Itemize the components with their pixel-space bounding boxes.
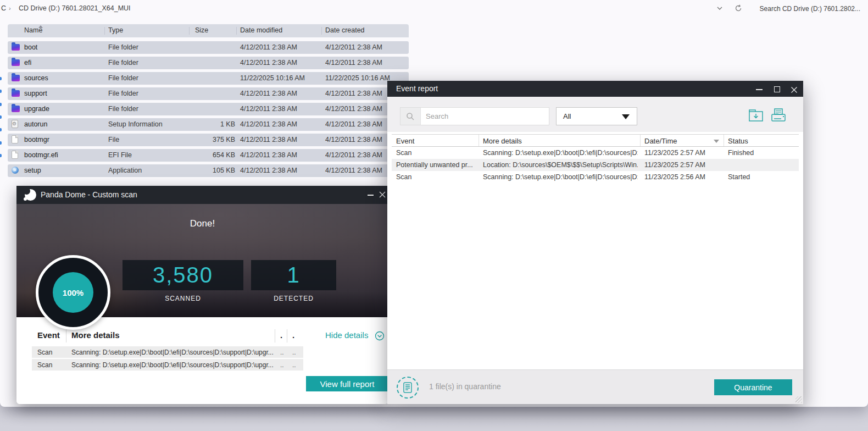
column-header-date-modified[interactable]: Date modified — [240, 26, 282, 34]
event-details: Scanning: D:\setup.exe|D:\boot|D:\efi|D:… — [71, 361, 280, 369]
file-type: File folder — [108, 43, 138, 51]
file-name: support — [24, 90, 47, 97]
panda-titlebar[interactable]: Panda Dome - Custom scan — [16, 186, 388, 204]
event-report-window: Event report All Event More details Date… — [387, 81, 803, 404]
hide-details-link[interactable]: Hide details — [325, 330, 368, 340]
event-datetime: 11/23/2025 2:57 AM — [644, 149, 715, 157]
search-input[interactable] — [421, 108, 549, 125]
file-icon — [12, 135, 18, 143]
panda-event-row[interactable]: Scan Scanning: D:\setup.exe|D:\boot|D:\e… — [32, 346, 303, 358]
column-divider[interactable] — [321, 27, 322, 35]
event-details: Scanning: D:\setup.exe|D:\boot|D:\efi|D:… — [483, 149, 638, 157]
breadcrumb-current-folder[interactable]: CD Drive (D:) 7601.28021_X64_MUI — [19, 4, 131, 12]
column-header-type[interactable]: Type — [108, 26, 123, 34]
export-report-icon[interactable] — [748, 107, 764, 124]
view-full-report-button[interactable]: View full report — [306, 376, 388, 391]
event-datetime: 11/23/2025 2:57 AM — [644, 161, 715, 169]
event-status: Started — [728, 173, 796, 181]
breadcrumb-root[interactable]: C — [1, 4, 6, 12]
column-divider[interactable] — [236, 27, 237, 35]
file-row-setup[interactable]: setup Application 105 KB 4/12/2011 2:38 … — [8, 164, 409, 177]
panda-dome-scan-window: Panda Dome - Custom scan Done! 100% 3,58… — [16, 186, 388, 404]
column-header-status[interactable]: Status — [728, 137, 796, 145]
file-name: sources — [24, 74, 48, 82]
nav-tree-bullet — [0, 128, 2, 131]
column-header-name[interactable]: Name — [24, 26, 42, 34]
maximize-icon[interactable] — [774, 86, 780, 92]
explorer-search-input[interactable]: Search CD Drive (D:) 7601.2802... — [760, 5, 860, 13]
event-report-titlebar[interactable]: Event report — [387, 81, 803, 97]
print-report-icon[interactable] — [770, 107, 787, 124]
column-header-date-created[interactable]: Date created — [325, 26, 365, 34]
detected-label: DETECTED — [251, 295, 336, 302]
scan-progress-ring: 100% — [36, 255, 110, 330]
breadcrumb-bar: C › CD Drive (D:) 7601.28021_X64_MUI Sea… — [0, 0, 868, 16]
event-search-field[interactable] — [400, 107, 549, 125]
file-row-boot[interactable]: boot File folder 4/12/2011 2:38 AM 4/12/… — [8, 41, 409, 54]
file-name: autorun — [24, 120, 47, 128]
file-row-bootmgr-efi[interactable]: bootmgr.efi EFI File 654 KB 4/12/2011 2:… — [8, 149, 409, 162]
quarantine-file-icon — [397, 377, 419, 399]
file-size: 375 KB — [189, 136, 235, 143]
file-row-autorun[interactable]: autorun Setup Information 1 KB 4/12/2011… — [8, 118, 409, 131]
file-type: File folder — [108, 90, 138, 97]
scanned-count: 3,580 — [123, 263, 243, 288]
column-header-event[interactable]: Event — [396, 137, 477, 145]
event-report-row[interactable]: Potentially unwanted pr... Location: D:\… — [392, 159, 799, 171]
file-date-created: 4/12/2011 2:38 AM — [325, 151, 382, 159]
file-name: setup — [24, 167, 41, 174]
column-header-size[interactable]: Size — [195, 26, 208, 34]
chevron-down-circle-icon[interactable] — [375, 331, 385, 341]
event-report-row[interactable]: Scan Scanning: D:\setup.exe|D:\boot|D:\e… — [392, 147, 799, 159]
resize-grip[interactable] — [795, 396, 802, 403]
column-header-details[interactable]: More details — [483, 137, 638, 145]
file-row-sources[interactable]: sources File folder 11/22/2025 10:16 AM … — [8, 72, 409, 85]
event-details: Location: D:\sources\$OEM$\$$\Setup\Scri… — [483, 161, 638, 169]
folder-icon — [12, 44, 20, 51]
quarantine-button[interactable]: Quarantine — [714, 379, 792, 395]
filter-selected-value: All — [563, 112, 571, 120]
file-name: bootmgr — [24, 136, 49, 143]
file-date-modified: 11/22/2025 10:16 AM — [240, 74, 305, 82]
application-icon — [12, 167, 19, 174]
file-row-upgrade[interactable]: upgrade File folder 4/12/2011 2:38 AM 4/… — [8, 103, 409, 115]
panda-column-dot2: . — [292, 330, 294, 340]
nav-tree-bullet — [0, 115, 2, 119]
file-type: EFI File — [108, 151, 132, 159]
file-type: File — [108, 136, 119, 143]
close-icon[interactable] — [379, 191, 386, 198]
folder-icon — [12, 106, 20, 112]
close-icon[interactable] — [791, 86, 798, 93]
file-row-bootmgr[interactable]: bootmgr File 375 KB 4/12/2011 2:38 AM 4/… — [8, 134, 409, 146]
refresh-icon[interactable] — [734, 4, 743, 13]
chevron-down-icon[interactable] — [715, 4, 724, 13]
search-icon — [400, 108, 421, 125]
file-date-modified: 4/12/2011 2:38 AM — [240, 59, 297, 67]
quarantine-status-text: 1 file(s) in quarantine — [429, 382, 501, 391]
panda-table-header: Event More details . . Hide details — [16, 328, 388, 345]
file-date-created: 4/12/2011 2:38 AM — [325, 167, 382, 174]
file-list-header: Name Type Size Date modified Date create… — [8, 24, 409, 37]
event-type: Potentially unwanted pr... — [396, 161, 477, 169]
event-report-row[interactable]: Scan Scanning: D:\setup.exe|D:\boot|D:\e… — [392, 171, 799, 183]
file-date-modified: 4/12/2011 2:38 AM — [240, 90, 297, 97]
column-divider[interactable] — [189, 27, 190, 35]
minimize-icon[interactable] — [368, 195, 374, 196]
column-header-datetime[interactable]: Date/Time — [644, 137, 715, 145]
file-row-efi[interactable]: efi File folder 4/12/2011 2:38 AM 4/12/2… — [8, 57, 409, 69]
nav-tree-bullet — [0, 103, 2, 106]
event-filter-dropdown[interactable]: All — [556, 107, 637, 125]
column-divider[interactable] — [104, 27, 105, 35]
file-date-modified: 4/12/2011 2:38 AM — [240, 167, 297, 174]
sort-descending-icon — [714, 140, 719, 143]
event-type: Scan — [37, 349, 52, 356]
file-date-created: 4/12/2011 2:38 AM — [325, 59, 382, 67]
file-row-support[interactable]: support File folder 4/12/2011 2:38 AM 4/… — [8, 87, 409, 100]
event-datetime: 11/23/2025 2:56 AM — [644, 173, 715, 181]
dropdown-arrow-icon — [622, 114, 630, 119]
file-date-modified: 4/12/2011 2:38 AM — [240, 105, 297, 113]
panda-event-row[interactable]: Scan Scanning: D:\setup.exe|D:\boot|D:\e… — [32, 359, 303, 371]
file-name: upgrade — [24, 105, 49, 113]
minimize-icon[interactable] — [756, 89, 763, 90]
detected-count: 1 — [251, 263, 336, 288]
